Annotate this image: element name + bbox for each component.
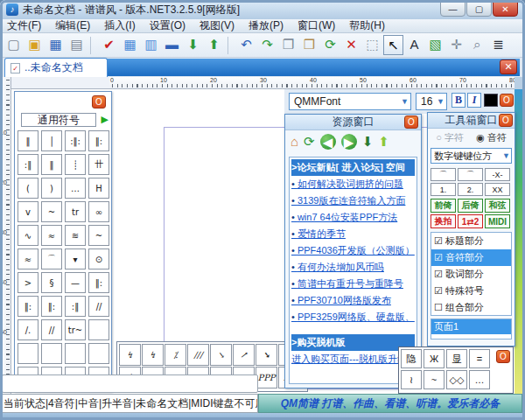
panel-close-button[interactable]: O [499,114,513,127]
forum-link[interactable] [291,326,415,334]
symbol-cell[interactable]: :‖ [65,296,86,317]
symbol-cell[interactable]: tr~ [65,319,86,340]
download-icon[interactable]: ⬇ [362,133,374,150]
redo-icon[interactable]: ↷ [257,35,277,55]
document-close-button[interactable]: ✕ [500,60,517,74]
checkbox-icon[interactable]: ☑ [434,252,443,262]
print-icon[interactable]: ▤ [66,35,87,55]
palette-cell[interactable]: ~ [424,370,444,389]
forum-link[interactable]: >购买脱机版 [291,334,415,351]
slur-wide-button[interactable]: ⌒ [430,168,456,181]
font-toolbar-close-button[interactable]: O [500,94,514,107]
symbol-cell[interactable]: ┊ [65,154,86,175]
forum-link[interactable]: PPF4036开发版（公测版） [291,242,415,259]
symbol-cell[interactable]: § [41,272,62,293]
toolbox-window-header[interactable]: 工具箱窗口 O [428,113,514,129]
copy-icon[interactable]: ❐ [278,35,298,55]
symbol-cell[interactable]: 卄 [88,154,109,175]
symbol-cell[interactable]: ‖: [41,296,62,317]
symbol-cell[interactable]: :‖: [65,130,86,151]
ending-1-button[interactable]: 1. [430,183,456,196]
forum-link[interactable]: 爱情的季节 [291,226,415,242]
forum-link[interactable]: 简谱中有重升号与重降号 [291,276,415,292]
forum-link[interactable]: PPF3259网络版、硬盘版、 [291,309,415,326]
grid-view-icon[interactable]: ▦ [120,35,140,55]
panel-close-button[interactable]: O [404,116,418,129]
palette-cell[interactable]: ⁒ [164,344,186,366]
forum-link[interactable]: 如何解决歌词拥挤的问题 [291,176,415,192]
menu-help[interactable]: 帮助(H) [349,18,385,33]
symbol-cell[interactable]: ≋ [65,225,86,246]
symbol-cell[interactable]: ) [41,178,62,199]
forum-link[interactable]: 3139版在连音符输入方面 [291,192,415,209]
menu-play[interactable]: 播放(P) [248,18,284,33]
forum-link[interactable]: win7 64位安装PPF方法 [291,209,415,226]
symbol-cell[interactable]: ‖: [88,130,109,151]
symbol-cell[interactable] [88,319,109,340]
open-file-icon[interactable]: ▣ [24,35,45,55]
panel-view-icon[interactable]: ▥ [141,35,161,55]
symbol-cell[interactable]: ( [18,178,38,199]
minimize-button[interactable]: — [440,2,466,17]
paste-icon[interactable]: ❒ [299,35,319,55]
checkbox-icon[interactable]: ☑ [434,235,443,246]
italic-button[interactable]: I [467,93,481,108]
symbol-cell[interactable] [88,343,109,364]
forum-link[interactable]: 有何办法增加风币吗 [291,259,415,276]
toolbar-separator[interactable] [90,37,96,54]
download-icon[interactable]: ⬇ [183,35,203,55]
symbol-cell[interactable]: ⌒ [41,248,62,270]
check-note-part[interactable]: ☑ 音符部分 [431,249,511,266]
symbol-cell[interactable]: // [41,319,62,340]
refresh-icon[interactable]: ⟳ [320,35,340,55]
symbol-cell[interactable]: ≈ [41,225,62,246]
change-meter-button[interactable]: 换拍 [430,214,456,228]
hand-tool-icon[interactable]: ✛ [446,35,466,55]
key-layout-select[interactable]: 数字键键位方 ▼ [430,148,512,164]
checkbox-icon[interactable]: ☐ [434,302,443,312]
palette-cell[interactable]: /// [187,344,209,366]
maximize-button[interactable]: ▢ [466,2,492,17]
symbol-cell[interactable]: /. [18,319,38,340]
image-tool-icon[interactable]: ▧ [425,35,445,55]
pointer-tool-icon[interactable]: ↖ [383,35,403,55]
symbol-cell[interactable] [18,343,38,364]
front-grace-button[interactable]: 前倚 [430,199,456,213]
palette-cell[interactable]: = [469,349,490,368]
palette-cell[interactable]: ≀ [401,370,422,389]
symbol-cell[interactable]: H [88,178,109,199]
font-family-select[interactable]: QMMFont ▼ [289,93,411,110]
check-title-part[interactable]: ☑ 标题部分 [431,233,511,249]
chevron-down-icon[interactable]: ▼ [437,94,444,109]
palette-cell[interactable]: ◇◇ [446,370,467,389]
save-icon[interactable]: ▦ [46,35,66,55]
marquee-select-icon[interactable]: ⬚ [362,35,382,55]
palette-cell[interactable]: … [469,370,490,389]
zoom-tool-icon[interactable]: ⌕ [467,35,487,55]
radio-note[interactable]: ◉ 音符 [476,131,507,144]
monitor-icon[interactable]: ▬ [162,35,182,55]
resource-window-header[interactable]: 资源窗口 O [285,115,421,130]
symbol-cell[interactable] [65,343,86,364]
home-icon[interactable]: ⌂ [290,133,298,150]
ending-xx-button[interactable]: XX [485,183,510,196]
upload-icon[interactable]: ⬆ [204,35,224,55]
menu-window[interactable]: 窗口(W) [298,18,335,33]
symbol-cell[interactable]: ⊙ [88,248,109,270]
palette-cell[interactable]: ↗ [233,344,255,366]
symbol-cell[interactable]: ~ [41,201,62,222]
palette-cell[interactable]: ↯ [142,344,164,366]
page-1-item[interactable]: 页面1 [431,319,511,334]
menu-settings[interactable]: 设置(O) [150,18,186,33]
symbol-cell[interactable]: :‖ [18,154,38,175]
ending-2-button[interactable]: 2. [458,183,483,196]
forum-link[interactable]: >论坛新贴[ 进入论坛] 空间 [291,159,415,176]
font-color-swatch[interactable] [484,94,498,107]
text-tool-icon[interactable]: A [404,35,424,55]
symbol-cell[interactable]: ∞ [88,201,109,222]
symbol-cell[interactable]: > [18,272,38,293]
palette-cell[interactable]: Ж [424,349,444,368]
symbol-cell[interactable]: ▾ [65,248,86,270]
forward-icon[interactable]: ▶ [341,134,357,150]
chevron-down-icon[interactable]: ▼ [502,149,510,163]
